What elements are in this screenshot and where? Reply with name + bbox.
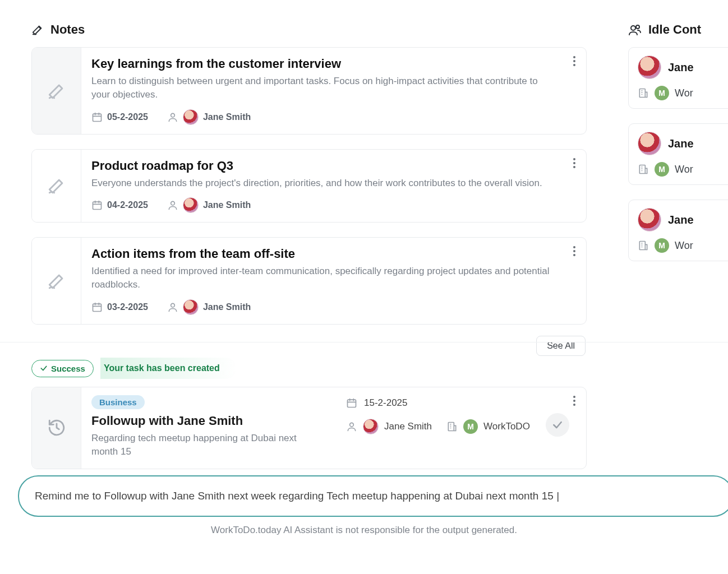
note-date: 04-2-2025 xyxy=(107,200,148,210)
note-icon xyxy=(32,48,81,134)
svg-point-16 xyxy=(636,25,639,29)
svg-rect-0 xyxy=(93,114,102,121)
svg-point-25 xyxy=(573,404,575,406)
note-author: Jane Smith xyxy=(203,112,251,122)
person-icon xyxy=(346,421,357,432)
person-icon xyxy=(167,112,178,123)
more-options-icon[interactable] xyxy=(573,55,576,67)
svg-rect-18 xyxy=(639,165,645,174)
avatar xyxy=(638,208,661,232)
svg-rect-5 xyxy=(93,202,102,210)
avatar xyxy=(183,299,199,315)
note-description: Learn to distinguish between urgent and … xyxy=(91,75,551,101)
note-card[interactable]: Action items from the team off-site Iden… xyxy=(31,237,587,325)
idle-contact-card[interactable]: Jane M Wor xyxy=(628,200,728,261)
person-icon xyxy=(167,302,178,313)
contact-org: Wor xyxy=(675,164,693,175)
success-label: Success xyxy=(51,364,85,373)
see-all-button[interactable]: See All xyxy=(536,336,586,356)
svg-point-15 xyxy=(631,26,635,30)
svg-point-6 xyxy=(171,202,175,206)
more-options-icon[interactable] xyxy=(573,395,576,406)
pencil-icon xyxy=(31,24,44,36)
calendar-icon xyxy=(91,112,103,123)
note-description: Everyone understands the project's direc… xyxy=(91,177,551,190)
note-card[interactable]: Key learnings from the customer intervie… xyxy=(31,47,587,135)
org-badge: M xyxy=(655,238,669,253)
note-title: Product roadmap for Q3 xyxy=(91,159,552,173)
note-icon xyxy=(32,238,81,324)
contact-name: Jane xyxy=(668,137,694,150)
calendar-icon xyxy=(346,397,357,409)
svg-point-7 xyxy=(573,158,575,160)
success-message: Your task has been created xyxy=(100,358,237,379)
building-icon xyxy=(638,240,649,251)
note-author: Jane Smith xyxy=(203,302,251,312)
ai-prompt-input[interactable]: Remind me to Followup with Jane Smith ne… xyxy=(18,475,728,517)
notes-title: Notes xyxy=(50,22,85,37)
section-divider xyxy=(0,342,728,342)
note-date: 05-2-2025 xyxy=(107,112,148,122)
note-title: Key learnings from the customer intervie… xyxy=(91,57,552,71)
task-tag: Business xyxy=(91,395,145,409)
complete-task-button[interactable] xyxy=(546,413,569,437)
org-badge: M xyxy=(655,86,669,100)
avatar xyxy=(638,132,661,155)
svg-point-8 xyxy=(573,162,575,164)
svg-rect-10 xyxy=(93,304,102,311)
idle-contact-card[interactable]: Jane M Wor xyxy=(628,47,728,109)
more-options-icon[interactable] xyxy=(573,158,576,169)
building-icon xyxy=(446,421,458,432)
note-card[interactable]: Product roadmap for Q3 Everyone understa… xyxy=(31,149,587,223)
note-icon xyxy=(32,150,81,223)
svg-rect-17 xyxy=(639,89,645,98)
svg-point-12 xyxy=(573,246,575,248)
avatar xyxy=(363,419,379,434)
svg-rect-20 xyxy=(348,400,356,407)
note-title: Action items from the team off-site xyxy=(91,247,552,261)
note-description: Identified a need for improved inter-tea… xyxy=(91,265,551,291)
task-person: Jane Smith xyxy=(384,421,432,432)
contact-org: Wor xyxy=(675,240,693,252)
svg-point-1 xyxy=(171,113,175,117)
svg-point-13 xyxy=(573,250,575,252)
building-icon xyxy=(638,164,649,175)
svg-point-14 xyxy=(573,254,575,256)
ai-disclaimer: WorkToDo.today AI Assistant is not respo… xyxy=(0,525,728,536)
contact-name: Jane xyxy=(668,61,694,74)
svg-point-23 xyxy=(573,396,575,398)
task-org: WorkToDO xyxy=(483,421,530,432)
svg-point-4 xyxy=(573,64,575,66)
task-description: Regarding tech meetup happening at Dubai… xyxy=(91,432,305,459)
org-badge: M xyxy=(655,162,669,177)
avatar xyxy=(638,55,661,79)
svg-point-24 xyxy=(573,400,575,402)
svg-point-3 xyxy=(573,60,575,62)
person-icon xyxy=(167,200,178,211)
avatar xyxy=(183,109,199,125)
more-options-icon[interactable] xyxy=(573,246,576,257)
task-card[interactable]: Business Followup with Jane Smith Regard… xyxy=(31,387,587,469)
check-icon xyxy=(40,364,48,372)
success-badge: Success xyxy=(31,360,94,377)
note-date: 03-2-2025 xyxy=(107,302,148,312)
idle-contacts-header: Idle Cont xyxy=(628,22,728,37)
calendar-icon xyxy=(91,302,103,313)
contact-org: Wor xyxy=(675,87,693,99)
idle-contact-card[interactable]: Jane M Wor xyxy=(628,123,728,185)
org-badge: M xyxy=(463,419,478,434)
svg-rect-19 xyxy=(639,242,645,250)
note-author: Jane Smith xyxy=(203,200,251,210)
calendar-icon xyxy=(91,200,103,211)
idle-contacts-title: Idle Cont xyxy=(648,22,701,37)
svg-point-11 xyxy=(171,303,175,307)
notes-section-header: Notes xyxy=(31,22,587,37)
svg-point-2 xyxy=(573,56,575,58)
svg-point-9 xyxy=(573,166,575,168)
prompt-text: Remind me to Followup with Jane Smith ne… xyxy=(35,490,559,502)
people-icon xyxy=(628,23,642,36)
contact-name: Jane xyxy=(668,214,694,226)
svg-point-21 xyxy=(350,423,354,427)
avatar xyxy=(183,197,199,213)
clock-history-icon xyxy=(32,387,81,469)
